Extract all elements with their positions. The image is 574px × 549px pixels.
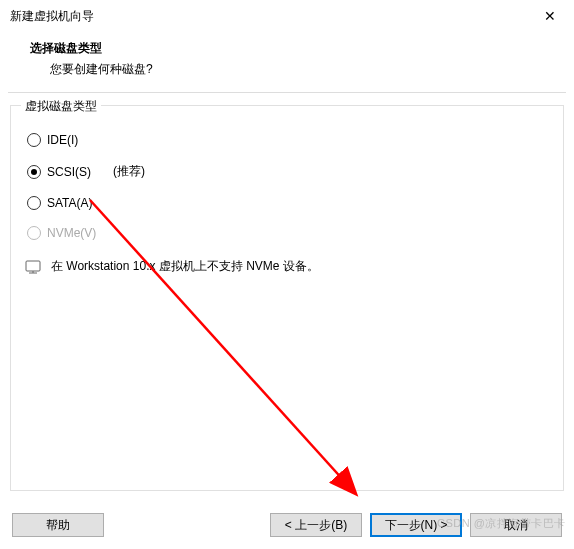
radio-scsi-label[interactable]: SCSI(S): [47, 165, 91, 179]
radio-sata[interactable]: [27, 196, 41, 210]
radio-ide-label[interactable]: IDE(I): [47, 133, 78, 147]
window-title: 新建虚拟机向导: [10, 8, 94, 25]
close-icon[interactable]: ✕: [536, 6, 564, 26]
next-button[interactable]: 下一步(N) >: [370, 513, 462, 537]
svg-rect-0: [26, 261, 40, 271]
radio-nvme-label: NVMe(V): [47, 226, 96, 240]
page-subheading: 您要创建何种磁盘?: [30, 61, 574, 78]
radio-sata-label[interactable]: SATA(A): [47, 196, 93, 210]
info-icon: [25, 260, 41, 274]
radio-scsi[interactable]: [27, 165, 41, 179]
radio-nvme: [27, 226, 41, 240]
fieldset-label: 虚拟磁盘类型: [21, 98, 101, 115]
radio-ide[interactable]: [27, 133, 41, 147]
help-button[interactable]: 帮助: [12, 513, 104, 537]
recommend-label: (推荐): [113, 163, 145, 180]
cancel-button[interactable]: 取消: [470, 513, 562, 537]
page-heading: 选择磁盘类型: [30, 40, 574, 57]
info-text: 在 Workstation 10.x 虚拟机上不支持 NVMe 设备。: [51, 258, 319, 275]
divider: [8, 92, 566, 93]
back-button[interactable]: < 上一步(B): [270, 513, 362, 537]
